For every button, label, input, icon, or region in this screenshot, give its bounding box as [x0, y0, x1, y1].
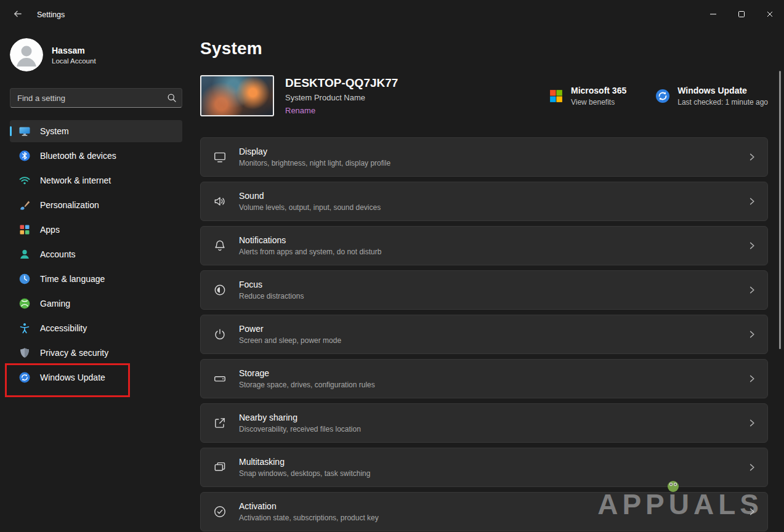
system-icon — [18, 125, 31, 137]
settings-row-multitasking[interactable]: Multitasking Snap windows, desktops, tas… — [200, 448, 768, 487]
nearby-sharing-icon — [213, 416, 227, 430]
row-title: Sound — [239, 191, 381, 201]
privacy-icon — [18, 347, 31, 359]
sidebar-item-label: Personalization — [40, 200, 99, 210]
sidebar-item-label: Network & internet — [40, 175, 111, 185]
row-title: Power — [239, 324, 341, 334]
windows-update-title: Windows Update — [677, 86, 768, 95]
row-text: Notifications Alerts from apps and syste… — [239, 235, 381, 256]
settings-row-power[interactable]: Power Screen and sleep, power mode — [200, 315, 768, 354]
sidebar-item-accessibility[interactable]: Accessibility — [10, 317, 182, 339]
row-text: Power Screen and sleep, power mode — [239, 324, 341, 345]
microsoft-365-text: Microsoft 365 View benefits — [571, 86, 626, 107]
rename-link[interactable]: Rename — [285, 106, 398, 115]
sidebar-item-personalization[interactable]: Personalization — [10, 194, 182, 216]
row-subtitle: Reduce distractions — [239, 292, 304, 300]
row-text: Storage Storage space, drives, configura… — [239, 368, 375, 389]
avatar — [10, 38, 43, 71]
back-button[interactable] — [7, 6, 27, 24]
device-wallpaper-thumbnail — [200, 75, 274, 116]
settings-row-activation[interactable]: Activation Activation state, subscriptio… — [200, 492, 768, 531]
row-title: Multitasking — [239, 457, 370, 467]
settings-row-display[interactable]: Display Monitors, brightness, night ligh… — [200, 137, 768, 177]
microsoft-365-block[interactable]: Microsoft 365 View benefits — [548, 86, 626, 107]
microsoft-365-subtitle[interactable]: View benefits — [571, 98, 626, 107]
chevron-right-icon — [748, 374, 756, 383]
maximize-icon — [738, 9, 745, 20]
row-title: Storage — [239, 368, 375, 378]
windows-update-icon — [18, 371, 31, 384]
time-language-icon — [18, 273, 31, 285]
bluetooth-icon — [18, 150, 31, 162]
row-subtitle: Monitors, brightness, night light, displ… — [239, 159, 390, 167]
row-subtitle: Discoverability, received files location — [239, 425, 361, 433]
sidebar-item-label: Gaming — [40, 299, 70, 308]
window-controls — [699, 0, 784, 30]
row-title: Nearby sharing — [239, 413, 361, 422]
row-text: Activation Activation state, subscriptio… — [239, 501, 379, 522]
storage-icon — [213, 372, 227, 385]
accessibility-icon — [18, 322, 31, 334]
device-header: DESKTOP-QQ7JK77 System Product Name Rena… — [200, 75, 768, 116]
sidebar-item-privacy-security[interactable]: Privacy & security — [10, 342, 182, 364]
sidebar-item-system[interactable]: System — [10, 120, 182, 142]
sidebar-item-label: System — [40, 126, 69, 136]
activation-icon — [213, 505, 227, 518]
sidebar-item-label: Apps — [40, 225, 60, 235]
settings-row-storage[interactable]: Storage Storage space, drives, configura… — [200, 359, 768, 398]
apps-icon — [18, 224, 31, 236]
main-content: System DESKTOP-QQ7JK77 System Product Na… — [192, 30, 784, 532]
sidebar-nav: System Bluetooth & devices Network & int… — [10, 120, 182, 389]
device-info: DESKTOP-QQ7JK77 System Product Name Rena… — [285, 76, 398, 115]
search-input[interactable] — [10, 88, 182, 108]
settings-row-nearby-sharing[interactable]: Nearby sharing Discoverability, received… — [200, 403, 768, 443]
user-profile[interactable]: Hassam Local Account — [10, 38, 182, 71]
sidebar-item-gaming[interactable]: Gaming — [10, 292, 182, 315]
sidebar-item-bluetooth-devices[interactable]: Bluetooth & devices — [10, 145, 182, 167]
settings-row-sound[interactable]: Sound Volume levels, output, input, soun… — [200, 182, 768, 221]
row-text: Display Monitors, brightness, night ligh… — [239, 147, 390, 167]
sidebar-item-accounts[interactable]: Accounts — [10, 243, 182, 265]
microsoft-365-icon — [548, 88, 564, 104]
row-subtitle: Screen and sleep, power mode — [239, 336, 341, 345]
settings-row-focus[interactable]: Focus Reduce distractions — [200, 270, 768, 310]
row-subtitle: Alerts from apps and system, do not dist… — [239, 248, 381, 256]
row-text: Sound Volume levels, output, input, soun… — [239, 191, 381, 212]
windows-update-block[interactable]: Windows Update Last checked: 1 minute ag… — [655, 86, 768, 107]
row-title: Notifications — [239, 235, 381, 245]
settings-row-notifications[interactable]: Notifications Alerts from apps and syste… — [200, 226, 768, 265]
close-icon — [766, 9, 774, 20]
notifications-icon — [213, 239, 227, 252]
user-name: Hassam — [52, 46, 96, 55]
chevron-right-icon — [748, 463, 756, 472]
row-text: Focus Reduce distractions — [239, 280, 304, 300]
sidebar-item-windows-update[interactable]: Windows Update — [10, 366, 182, 389]
personalization-icon — [18, 199, 31, 211]
device-product-name: System Product Name — [285, 93, 398, 102]
scrollbar[interactable] — [779, 71, 781, 349]
sidebar-item-label: Privacy & security — [40, 348, 108, 358]
close-button[interactable] — [756, 0, 784, 30]
chevron-right-icon — [748, 330, 756, 339]
microsoft-365-title: Microsoft 365 — [571, 86, 626, 95]
sidebar-item-apps[interactable]: Apps — [10, 219, 182, 241]
sidebar-item-label: Time & language — [40, 274, 105, 284]
minimize-button[interactable] — [699, 0, 727, 30]
selected-accent-pill — [10, 126, 12, 136]
row-title: Focus — [239, 280, 304, 289]
sidebar-item-time-language[interactable]: Time & language — [10, 268, 182, 290]
sound-icon — [213, 195, 227, 208]
row-subtitle: Snap windows, desktops, task switching — [239, 469, 370, 478]
header-quick-links: Microsoft 365 View benefits Windows Upda… — [548, 86, 768, 107]
focus-icon — [213, 283, 227, 297]
page-title: System — [200, 38, 768, 59]
sidebar-item-label: Accessibility — [40, 323, 87, 333]
maximize-button[interactable] — [727, 0, 756, 30]
sidebar-item-label: Windows Update — [40, 373, 105, 382]
chevron-right-icon — [748, 507, 756, 516]
accounts-icon — [18, 248, 31, 260]
network-icon — [18, 174, 31, 187]
sidebar-item-network-internet[interactable]: Network & internet — [10, 169, 182, 191]
row-text: Nearby sharing Discoverability, received… — [239, 413, 361, 433]
user-text: Hassam Local Account — [52, 46, 96, 65]
